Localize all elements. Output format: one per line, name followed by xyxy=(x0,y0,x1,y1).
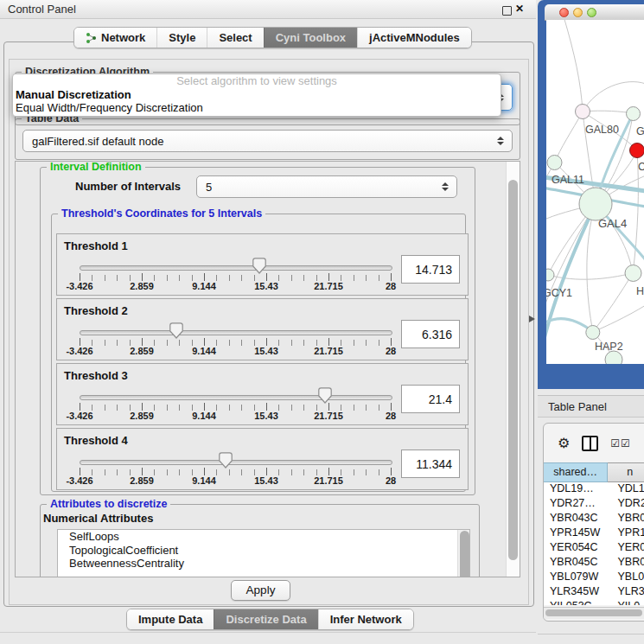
table-row[interactable]: YLR345WYLR3 xyxy=(544,585,644,600)
combo-stepper-icon xyxy=(442,182,449,191)
network-node-gal11[interactable] xyxy=(547,156,562,170)
attributes-group: Attributes to discretize Numerical Attri… xyxy=(40,504,480,577)
gear-icon[interactable]: ⚙ xyxy=(558,435,570,451)
apply-button[interactable]: Apply xyxy=(231,580,290,601)
shared-name-cell: YER054C xyxy=(544,541,615,556)
network-edge[interactable] xyxy=(564,20,583,112)
tab-label: Discretize Data xyxy=(226,613,306,626)
slider-thumb[interactable] xyxy=(219,452,233,469)
network-node-gal4[interactable] xyxy=(579,188,612,220)
float-window-icon[interactable] xyxy=(502,6,512,16)
settings-scroll-pane: Interval Definition Number of Intervals … xyxy=(15,161,520,577)
shared-name-cell: YDL19… xyxy=(544,482,615,497)
slider-track[interactable] xyxy=(80,460,392,465)
network-edge[interactable] xyxy=(548,273,633,279)
tick-label: 15.43 xyxy=(240,346,292,356)
settings-vertical-scrollbar[interactable] xyxy=(506,162,520,577)
table-panel-bottom-divider xyxy=(538,634,644,634)
shared-name-cell: YBR043C xyxy=(544,512,615,526)
table-row[interactable]: YDL19…YDL1 xyxy=(544,482,644,497)
network-node-gal80[interactable] xyxy=(576,105,590,119)
network-node-unlabeled[interactable] xyxy=(605,351,622,364)
split-columns-icon[interactable] xyxy=(582,436,598,451)
table-row[interactable]: YIL053CYIL0 xyxy=(544,600,644,605)
major-tick xyxy=(142,403,143,411)
table-horizontal-scrollbar[interactable] xyxy=(544,607,644,619)
slider-track[interactable] xyxy=(80,265,392,271)
slider-thumb[interactable] xyxy=(169,322,183,339)
threshold-label: Threshold 1 xyxy=(64,239,128,252)
tab-discretize-data[interactable]: Discretize Data xyxy=(214,609,317,629)
major-tick xyxy=(328,338,329,346)
number-of-intervals-label: Number of Intervals xyxy=(75,180,181,193)
tick-label: 2.859 xyxy=(116,411,168,421)
network-edge[interactable] xyxy=(593,305,644,332)
number-of-intervals-combobox[interactable]: 5 xyxy=(196,175,457,198)
combo-stepper-icon xyxy=(497,137,504,145)
slider-thumb[interactable] xyxy=(318,387,332,404)
tab-style[interactable]: Style xyxy=(156,28,207,48)
select-columns-checkbox-icons[interactable]: ☑☑ xyxy=(610,437,631,450)
attribute-list-item[interactable]: SelfLoops xyxy=(58,530,469,544)
network-node-h[interactable] xyxy=(625,265,641,282)
threshold-value-field[interactable]: 11.344 xyxy=(401,450,460,478)
node-label-c: C xyxy=(638,161,644,173)
bottom-divider xyxy=(0,632,536,633)
table-row[interactable]: YBL079WYBL0 xyxy=(544,571,644,585)
tab-impute-data[interactable]: Impute Data xyxy=(127,609,214,629)
slider-track[interactable] xyxy=(80,330,392,335)
network-edge[interactable] xyxy=(555,112,583,163)
attribute-list-item[interactable]: BetweennessCentrality xyxy=(58,557,469,571)
control-panel: Control Panel ✕ NetworkStyleSelectCyni T… xyxy=(0,0,536,644)
attribute-list-item[interactable]: TopologicalCoefficient xyxy=(58,544,469,558)
shared-name-cell: YPR145W xyxy=(544,526,615,541)
table-row[interactable]: YDR27…YDR2 xyxy=(544,497,644,512)
tab-infer-network[interactable]: Infer Network xyxy=(318,609,413,629)
table-data-combobox[interactable]: galFiltered.sif default node xyxy=(22,130,513,152)
network-view-window[interactable]: GAL80GACGAL11GAL4GCY1HHAP2 xyxy=(538,0,644,389)
slider-thumb[interactable] xyxy=(252,258,266,274)
tab-network[interactable]: Network xyxy=(74,28,156,48)
major-tick xyxy=(142,468,143,475)
close-traffic-light-icon[interactable] xyxy=(559,8,569,17)
tab-cyni-toolbox[interactable]: Cyni Toolbox xyxy=(264,28,357,48)
table-row[interactable]: YBR043CYBR0 xyxy=(544,512,644,526)
network-icon xyxy=(86,32,97,43)
tick-label: 2.859 xyxy=(116,281,168,291)
column-header-name[interactable]: n xyxy=(608,462,644,482)
tab-select[interactable]: Select xyxy=(207,28,263,48)
major-tick xyxy=(204,403,205,411)
major-tick xyxy=(328,468,329,475)
threshold-value-field[interactable]: 21.4 xyxy=(401,385,460,413)
tick-label: 9.144 xyxy=(178,346,230,356)
column-header-shared-name[interactable]: shared… xyxy=(544,462,608,482)
threshold-value-field[interactable]: 6.316 xyxy=(401,320,460,348)
network-window-titlebar xyxy=(545,4,644,21)
popup-item-manual-discretization[interactable]: Manual Discretization xyxy=(13,88,501,101)
zoom-traffic-light-icon[interactable] xyxy=(587,8,596,17)
popup-item-equal-width-frequency-discretization[interactable]: Equal Width/Frequency Discretization xyxy=(13,101,501,114)
table-row[interactable]: YER054CYER0 xyxy=(544,541,644,556)
network-node-c[interactable] xyxy=(630,143,644,158)
tick-label: 2.859 xyxy=(116,475,168,486)
name-cell: YBL0 xyxy=(615,571,644,585)
network-node-gcy1[interactable] xyxy=(546,269,554,281)
threshold-label: Threshold 3 xyxy=(64,369,128,382)
network-node-hap2[interactable] xyxy=(586,326,600,340)
major-tick xyxy=(204,273,205,281)
table-row[interactable]: YPR145WYPR1 xyxy=(544,526,644,541)
tab-label: Select xyxy=(219,31,252,44)
attributes-list-scrollbar[interactable] xyxy=(457,530,469,577)
major-tick xyxy=(266,273,267,281)
control-panel-title: Control Panel xyxy=(8,3,76,16)
slider-track[interactable] xyxy=(80,395,392,400)
threshold-value-field[interactable]: 14.713 xyxy=(401,255,460,284)
close-icon[interactable]: ✕ xyxy=(515,3,524,15)
table-row[interactable]: YBR045CYBR0 xyxy=(544,556,644,571)
network-canvas[interactable]: GAL80GACGAL11GAL4GCY1HHAP2 xyxy=(546,20,644,364)
network-node-ga[interactable] xyxy=(627,107,641,121)
tab-jactivemnodules[interactable]: jActiveMNodules xyxy=(357,28,471,48)
shared-name-cell: YBR045C xyxy=(544,556,615,571)
minimize-traffic-light-icon[interactable] xyxy=(573,8,583,17)
major-tick xyxy=(266,403,267,411)
